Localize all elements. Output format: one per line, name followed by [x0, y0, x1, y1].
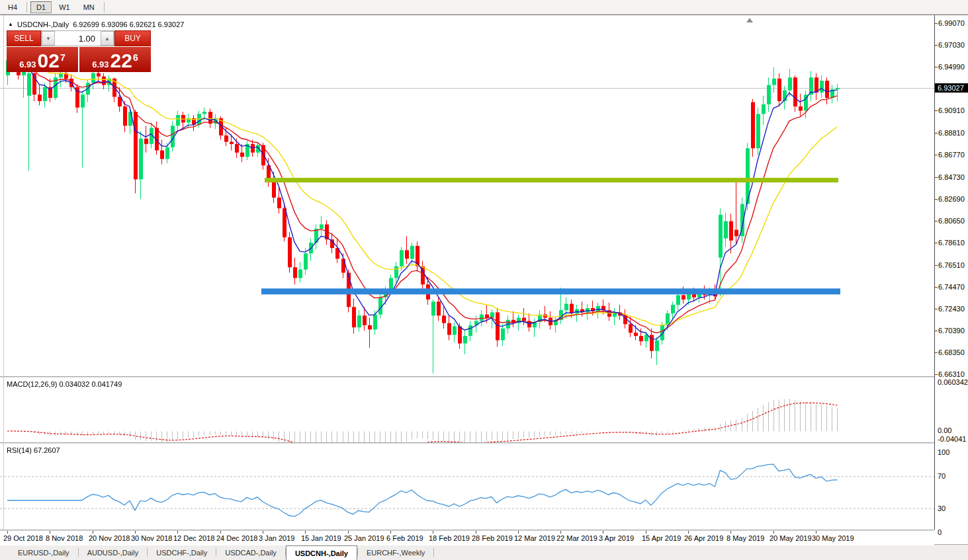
- price-axis-label: 6.86770: [938, 151, 965, 159]
- sell-price-sup: 7: [60, 53, 66, 62]
- price-axis-label: 6.90910: [938, 106, 965, 114]
- macd-axis-label: 0.060342: [938, 378, 968, 386]
- tab-usdchf[interactable]: USDCHF-,Daily: [148, 545, 216, 560]
- tab-eurusd[interactable]: EURUSD-,Daily: [9, 545, 78, 560]
- price-axis-label: 6.66310: [938, 370, 965, 378]
- date-axis-label: 30 Nov 2018: [131, 534, 172, 542]
- timeframe-button-d1[interactable]: D1: [30, 1, 52, 13]
- date-tick: [816, 531, 816, 534]
- chart-ohlc-quotes: 6.92699 6.93096 6.92621 6.93027: [73, 20, 184, 28]
- sell-price-panel[interactable]: 6.93 02 7: [7, 47, 78, 72]
- price-axis-label: 6.76510: [938, 261, 965, 269]
- rsi-canvas[interactable]: [0, 444, 934, 530]
- macd-axis-label: 0.00: [938, 426, 951, 434]
- date-axis-label: 15 Apr 2019: [642, 534, 681, 542]
- date-axis-label: 12 Dec 2018: [173, 534, 214, 542]
- tab-separator: [433, 548, 434, 557]
- rsi-axis-label: 100: [938, 448, 949, 456]
- date-tick: [263, 531, 263, 534]
- date-axis[interactable]: 29 Oct 20188 Nov 201820 Nov 201830 Nov 2…: [0, 531, 934, 545]
- date-tick: [560, 531, 561, 534]
- date-axis-label: 26 Apr 2019: [684, 534, 723, 542]
- volume-stepper: ▼ 1.00 ▲: [41, 30, 114, 46]
- macd-label: MACD(12,26,9) 0.034032 0.041749: [7, 380, 122, 388]
- date-tick: [348, 531, 349, 534]
- date-axis-label: 22 Mar 2019: [556, 534, 597, 542]
- volume-increase-icon[interactable]: ▲: [101, 31, 114, 46]
- date-tick: [50, 531, 50, 534]
- macd-pane[interactable]: MACD(12,26,9) 0.034032 0.041749: [0, 378, 934, 442]
- date-axis-label: 12 Mar 2019: [514, 534, 555, 542]
- tab-usdcnh[interactable]: USDCNH-,Daily: [286, 545, 357, 560]
- sell-price-small: 6.93: [19, 59, 36, 70]
- one-click-trading-widget: SELL ▼ 1.00 ▲ BUY 6.93 02 7 6.93: [7, 30, 151, 72]
- toolbar-separator: [104, 2, 105, 13]
- current-price-badge: 6.93027: [935, 83, 968, 93]
- date-axis-label: 3 Jan 2019: [259, 534, 294, 542]
- toolbar-separator: [26, 2, 27, 13]
- volume-value[interactable]: 1.00: [55, 31, 101, 46]
- price-axis-label: 6.70390: [938, 327, 965, 335]
- buy-button[interactable]: BUY: [114, 30, 151, 46]
- tab-usdcad[interactable]: USDCAD-,Daily: [216, 545, 285, 560]
- price-axis-label: 6.94990: [938, 63, 965, 71]
- date-tick: [773, 531, 774, 534]
- timeframe-button-mn[interactable]: MN: [77, 1, 101, 13]
- price-axis-label: 6.72430: [938, 305, 965, 313]
- date-tick: [646, 531, 646, 534]
- tab-eurchf[interactable]: EURCHF-,Weekly: [358, 545, 433, 560]
- date-axis-label: 30 May 2019: [812, 534, 854, 542]
- date-tick: [93, 531, 93, 534]
- date-tick: [177, 531, 178, 534]
- price-axis-label: 6.68350: [938, 348, 965, 356]
- window-edge: [3, 15, 4, 530]
- macd-canvas[interactable]: [0, 378, 934, 442]
- timeframe-button-h4[interactable]: H4: [2, 1, 23, 13]
- rsi-axis-label: 30: [938, 504, 946, 512]
- price-axis-label: 6.84730: [938, 173, 965, 181]
- chart-title: ▲ USDCNH-,Daily 6.92699 6.93096 6.92621 …: [8, 20, 184, 28]
- date-tick: [390, 531, 391, 534]
- date-axis-label: 25 Jan 2019: [344, 534, 384, 542]
- macd-axis-label: -0.04041: [938, 435, 966, 443]
- date-tick: [305, 531, 306, 534]
- date-axis-label: 15 Jan 2019: [301, 534, 341, 542]
- main-chart-pane[interactable]: ▲ USDCNH-,Daily 6.92699 6.93096 6.92621 …: [0, 16, 934, 376]
- date-tick: [433, 531, 433, 534]
- date-tick: [688, 531, 689, 534]
- buy-price-big: 22: [110, 52, 132, 70]
- price-axis-label: 6.88810: [938, 129, 965, 137]
- tab-audusd[interactable]: AUDUSD-,Daily: [79, 545, 148, 560]
- chart-tab-bar: EURUSD-,DailyAUDUSD-,DailyUSDCHF-,DailyU…: [0, 544, 968, 560]
- date-axis-label: 8 May 2019: [726, 534, 764, 542]
- timeframe-button-w1[interactable]: W1: [53, 1, 76, 13]
- date-tick: [518, 531, 519, 534]
- date-axis-label: 20 Nov 2018: [89, 534, 130, 542]
- price-axis-label: 6.99070: [938, 19, 965, 27]
- price-axis-label: 6.82690: [938, 195, 965, 203]
- sell-price-big: 02: [38, 52, 60, 70]
- buy-price-panel[interactable]: 6.93 22 6: [79, 47, 151, 72]
- date-tick: [135, 531, 136, 534]
- sell-button[interactable]: SELL: [7, 30, 41, 46]
- rsi-pane[interactable]: RSI(14) 67.2607: [0, 444, 934, 530]
- rsi-label: RSI(14) 67.2607: [7, 446, 60, 454]
- price-axis-label: 6.78610: [938, 239, 965, 247]
- pane-separator[interactable]: [0, 442, 934, 444]
- chart-shift-icon[interactable]: [746, 18, 753, 22]
- rsi-axis-label: 0: [938, 528, 942, 536]
- volume-decrease-icon[interactable]: ▼: [42, 31, 55, 46]
- date-axis-label: 6 Feb 2019: [386, 534, 423, 542]
- collapse-arrow-icon[interactable]: ▲: [8, 22, 13, 27]
- value-axis[interactable]: 6.990706.970306.949906.909106.888106.867…: [935, 15, 968, 544]
- date-axis-label: 8 Nov 2018: [46, 534, 83, 542]
- pane-separator[interactable]: [0, 376, 934, 378]
- date-axis-label: 18 Feb 2019: [429, 534, 470, 542]
- date-axis-label: 20 May 2019: [770, 534, 812, 542]
- date-tick: [603, 531, 603, 534]
- chart-window: ▲ USDCNH-,Daily 6.92699 6.93096 6.92621 …: [0, 15, 968, 545]
- date-axis-label: 3 Apr 2019: [599, 534, 634, 542]
- date-axis-label: 24 Dec 2018: [216, 534, 257, 542]
- date-axis-label: 29 Oct 2018: [3, 534, 43, 542]
- timeframe-toolbar: H4D1W1MN: [0, 0, 968, 15]
